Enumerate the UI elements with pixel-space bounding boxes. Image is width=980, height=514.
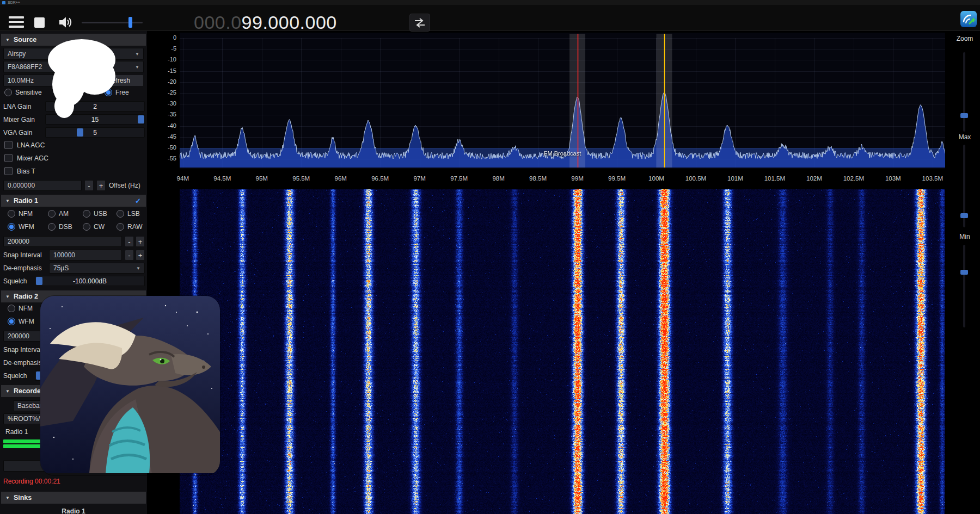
waterfall-canvas[interactable] [180, 189, 945, 514]
zoom-slider-track[interactable] [963, 52, 965, 132]
sdrpp-logo-icon[interactable] [960, 11, 977, 27]
radio1-mode-lsb[interactable]: LSB [117, 210, 140, 218]
radio1-mode-dsb[interactable]: DSB [48, 223, 72, 231]
db-tick-label: -20 [151, 78, 176, 85]
collapse-arrow-icon: ▼ [5, 496, 10, 500]
checkbox-icon [4, 154, 13, 162]
zoom-slider-handle[interactable] [960, 113, 968, 118]
menu-toggle-button[interactable] [9, 16, 24, 28]
db-tick-label: -15 [151, 67, 176, 74]
radio1-mode-nfm[interactable]: NFM [8, 210, 33, 218]
checkbox-icon [4, 167, 13, 175]
band-plan-label: FM Broadcast [524, 150, 601, 157]
radio1-bandwidth-increment-button[interactable]: + [136, 236, 145, 247]
freq-tick-label: 97M [403, 175, 436, 182]
freq-tick-label: 98.5M [522, 175, 554, 182]
freq-tick-label: 98M [482, 175, 515, 182]
db-tick-label: -5 [151, 45, 176, 52]
freq-tick-label: 102M [798, 175, 830, 182]
volume-slider-handle[interactable] [128, 17, 132, 28]
freq-tick-label: 96M [324, 175, 357, 182]
radio2-mode-nfm[interactable]: NFM [8, 305, 33, 312]
radio2-mode-wfm[interactable]: WFM [8, 318, 34, 325]
chevron-down-icon: ▼ [135, 52, 139, 57]
frequency-display[interactable]: 000.099.000.000 [194, 11, 337, 33]
dragon-avatar-overlay [40, 296, 220, 475]
freq-tick-label: 103M [877, 175, 909, 182]
volume-slider-track[interactable] [82, 22, 143, 23]
radio1-snap-increment-button[interactable]: + [136, 250, 145, 261]
toolbar: 000.099.000.000 [0, 5, 980, 31]
freq-tick-label: 96.5M [364, 175, 396, 182]
tuning-mode-button[interactable] [409, 14, 430, 32]
db-tick-label: -25 [151, 89, 176, 96]
recorder-header-label: Recorder [14, 387, 44, 395]
radio1-mode-cw[interactable]: CW [83, 223, 105, 231]
max-slider-handle[interactable] [960, 213, 968, 218]
collapse-arrow-icon: ▼ [5, 389, 10, 394]
db-tick-label: -45 [151, 133, 176, 140]
min-label: Min [950, 233, 979, 240]
radio1-squelch-slider[interactable]: -100.000dB [35, 276, 145, 286]
min-slider-track[interactable] [963, 245, 965, 327]
min-slider-handle[interactable] [960, 270, 968, 275]
freq-tick-label: 97.5M [443, 175, 475, 182]
recorder-stream-select[interactable]: Radio 1 [5, 426, 28, 437]
db-tick-label: -30 [151, 100, 176, 107]
mixer-agc-checkbox[interactable]: Mixer AGC [4, 154, 48, 162]
freq-tick-label: 94M [167, 175, 199, 182]
radio1-snap-decrement-button[interactable]: - [125, 250, 134, 261]
offset-decrement-button[interactable]: - [84, 180, 94, 191]
stop-button[interactable] [34, 17, 45, 28]
censor-blob-overlay [46, 38, 118, 121]
radio1-snap-label: Snap Interval [3, 250, 42, 261]
radio1-mode-wfm[interactable]: WFM [8, 223, 34, 231]
radio1-mode-raw[interactable]: RAW [117, 223, 143, 231]
device-serial-value: F8A868FF2 [8, 63, 42, 71]
sample-rate-value: 10.0MHz [8, 77, 34, 84]
sinks-section-header[interactable]: ▼ Sinks [1, 492, 146, 504]
freq-tick-label: 94.5M [206, 175, 238, 182]
collapse-arrow-icon: ▼ [5, 38, 10, 42]
swap-arrows-icon [414, 17, 426, 28]
radio1-mode-am[interactable]: AM [48, 210, 69, 218]
enabled-check-icon[interactable]: ✓ [135, 197, 141, 205]
db-tick-label: -55 [151, 155, 176, 162]
freq-tick-label: 101.5M [758, 175, 791, 182]
offset-input[interactable]: 0.000000 [3, 180, 82, 191]
db-tick-label: 0 [151, 34, 176, 41]
freq-tick-label: 95.5M [285, 175, 317, 182]
freq-tick-label: 99.5M [601, 175, 633, 182]
freq-tick-label: 102.5M [837, 175, 870, 182]
radio-circle-icon [4, 89, 12, 96]
db-tick-label: -35 [151, 111, 176, 117]
bias-t-checkbox[interactable]: Bias T [4, 167, 35, 175]
mixer-gain-label: Mixer Gain [3, 114, 35, 125]
vga-gain-slider[interactable]: 5 [45, 127, 145, 138]
sinks-header-label: Sinks [14, 494, 32, 501]
chevron-down-icon: ▼ [136, 266, 140, 271]
radio1-bandwidth-input[interactable]: 200000 [3, 236, 122, 247]
radio2-squelch-label: Squelch [3, 370, 27, 381]
radio1-deemphasis-select[interactable]: 75µS▼ [49, 263, 145, 274]
radio1-snap-input[interactable]: 100000 [49, 250, 122, 261]
freq-tick-label: 100M [640, 175, 672, 182]
frequency-value: 99.000.000 [242, 12, 337, 33]
recording-status: Recording 00:00:21 [3, 478, 60, 485]
window-title: SDR++ [8, 1, 20, 4]
lna-gain-label: LNA Gain [3, 101, 31, 112]
radio1-bandwidth-decrement-button[interactable]: - [125, 236, 134, 247]
radio2-deemphasis-label: De-emphasis [3, 357, 42, 368]
fft-spectrum-canvas[interactable] [180, 33, 945, 169]
freq-tick-label: 100.5M [679, 175, 712, 182]
source-device-value: Airspy [8, 50, 26, 58]
gain-mode-sensitive-radio[interactable]: Sensitive [4, 89, 42, 96]
offset-increment-button[interactable]: + [96, 180, 106, 191]
lna-agc-checkbox[interactable]: LNA AGC [4, 141, 45, 149]
radio2-snap-label: Snap Interval [3, 344, 42, 355]
radio1-squelch-label: Squelch [3, 276, 27, 287]
radio1-mode-usb[interactable]: USB [83, 210, 107, 218]
radio1-section-header[interactable]: ▼ Radio 1 ✓ [1, 195, 146, 207]
sink-stream-title: Radio 1 [0, 506, 147, 514]
chevron-down-icon: ▼ [135, 65, 139, 70]
